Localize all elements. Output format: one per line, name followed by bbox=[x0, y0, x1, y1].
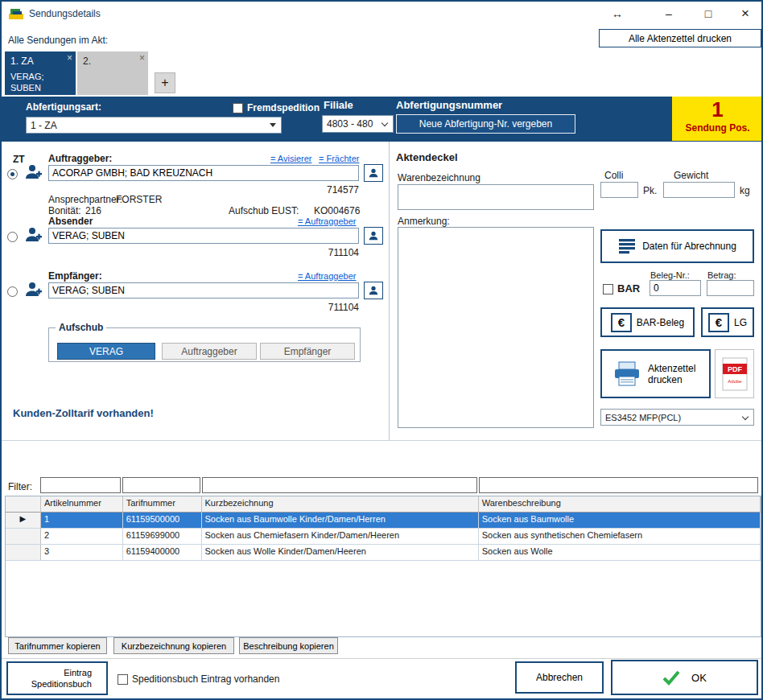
filter-input-artikelnummer[interactable] bbox=[40, 477, 121, 493]
minimize-button[interactable]: – bbox=[654, 3, 683, 24]
section-divider bbox=[2, 440, 761, 441]
empfaenger-contact-button[interactable] bbox=[364, 282, 383, 299]
absender-radio[interactable] bbox=[7, 232, 18, 242]
copy-kurzbezeichnung-button[interactable]: Kurzbezeichnung kopieren bbox=[113, 637, 234, 654]
cell-warenbeschreibung[interactable]: Socken aus Baumwolle bbox=[479, 513, 761, 529]
empfaenger-label: Empfänger: bbox=[48, 270, 102, 282]
speditionsbuch-checkbox[interactable] bbox=[118, 674, 128, 685]
gewicht-input[interactable] bbox=[663, 182, 735, 198]
close-icon[interactable]: × bbox=[139, 52, 145, 64]
aufschub-eust-value: KO004676 bbox=[314, 205, 360, 216]
filiale-label: Filiale bbox=[324, 99, 353, 111]
close-button[interactable]: × bbox=[731, 3, 760, 24]
filter-input-kurzbezeichnung[interactable] bbox=[202, 477, 477, 493]
colli-input[interactable] bbox=[600, 182, 638, 198]
bar-beleg-button[interactable]: € BAR-Beleg bbox=[600, 307, 695, 337]
beleg-nr-input[interactable] bbox=[650, 280, 701, 296]
kg-label: kg bbox=[740, 185, 750, 196]
aktenzettel-drucken-button[interactable]: Aktenzettel drucken bbox=[600, 349, 711, 398]
cell-warenbeschreibung[interactable]: Socken aus synthetischen Chemiefasern bbox=[479, 529, 761, 545]
fraechter-link[interactable]: = Frächter bbox=[319, 154, 359, 163]
daten-fuer-abrechnung-button[interactable]: Daten für Abrechnung bbox=[600, 229, 754, 263]
auftraggeber-input[interactable] bbox=[48, 165, 359, 181]
empfaenger-number: 711104 bbox=[278, 302, 359, 313]
pdf-export-button[interactable]: PDF Adobe bbox=[715, 349, 754, 398]
column-header-artikelnummer[interactable]: Artikelnummer bbox=[41, 496, 123, 513]
absender-auftraggeber-link[interactable]: = Auftraggeber bbox=[298, 216, 356, 226]
column-header-tarifnummer[interactable]: Tarifnummer bbox=[123, 496, 202, 513]
absender-contact-button[interactable] bbox=[364, 227, 383, 245]
fremdspedition-checkbox[interactable] bbox=[233, 103, 243, 113]
print-all-aktenzettel-button[interactable]: Alle Aktenzettel drucken bbox=[599, 29, 761, 47]
printer-select[interactable]: ES3452 MFP(PCL) bbox=[600, 409, 754, 426]
person-add-icon[interactable] bbox=[24, 225, 42, 245]
warenbezeichnung-input[interactable] bbox=[398, 184, 594, 210]
app-icon bbox=[8, 6, 24, 23]
column-header-kurzbezeichnung[interactable]: Kurzbezeichnung bbox=[202, 496, 479, 513]
close-icon[interactable]: × bbox=[67, 52, 72, 64]
articles-table: Artikelnummer Tarifnummer Kurzbezeichnun… bbox=[5, 496, 761, 637]
auftraggeber-contact-button[interactable] bbox=[364, 164, 383, 182]
filter-input-tarifnummer[interactable] bbox=[122, 477, 200, 493]
filter-input-warenbeschreibung[interactable] bbox=[479, 477, 758, 493]
ok-button[interactable]: OK bbox=[611, 660, 758, 695]
svg-text:Adobe: Adobe bbox=[728, 379, 742, 384]
contact-icon bbox=[368, 285, 379, 296]
auftraggeber-number: 714577 bbox=[278, 184, 359, 196]
row-selector-cell[interactable] bbox=[6, 529, 41, 545]
panel-divider bbox=[389, 142, 390, 440]
ansprechpartner-value: FORSTER bbox=[116, 194, 162, 205]
anmerkung-textarea[interactable] bbox=[398, 227, 594, 428]
ansprechpartner-label: Ansprechpartner: bbox=[48, 194, 122, 205]
empfaenger-auftraggeber-link[interactable]: = Auftraggeber bbox=[298, 271, 356, 281]
aufschub-empfaenger-button[interactable]: Empfänger bbox=[260, 343, 355, 360]
person-add-icon[interactable] bbox=[24, 280, 42, 300]
filiale-select[interactable]: 4803 - 480 bbox=[322, 115, 394, 133]
absender-input[interactable] bbox=[48, 228, 359, 244]
maximize-button[interactable]: □ bbox=[694, 3, 723, 24]
cell-tarifnummer[interactable]: 61159699000 bbox=[123, 529, 202, 545]
cell-tarifnummer[interactable]: 61159400000 bbox=[123, 545, 202, 561]
aufschub-verag-button[interactable]: VERAG bbox=[57, 343, 155, 360]
selector-column-header bbox=[6, 496, 41, 513]
copy-tarifnummer-button[interactable]: Tarifnummer kopieren bbox=[8, 637, 107, 654]
row-selector-cell[interactable]: ▶ bbox=[6, 513, 41, 529]
beleg-nr-label: Beleg-Nr.: bbox=[650, 270, 690, 280]
table-row[interactable]: 2 61159699000 Socken aus Chemiefasern Ki… bbox=[6, 529, 761, 545]
lg-button[interactable]: € LG bbox=[701, 307, 754, 337]
neue-abfertigungsnummer-button[interactable]: Neue Abfertigung-Nr. vergeben bbox=[396, 114, 575, 134]
auftraggeber-radio[interactable] bbox=[7, 169, 18, 179]
resize-icon[interactable]: ↔ bbox=[603, 3, 632, 24]
cell-artikelnummer[interactable]: 1 bbox=[41, 513, 123, 529]
avisierer-link[interactable]: = Avisierer bbox=[270, 154, 311, 163]
cancel-button[interactable]: Abbrechen bbox=[515, 661, 604, 694]
list-icon bbox=[618, 238, 636, 254]
fremdspedition-label: Fremdspedition bbox=[247, 102, 320, 113]
table-row[interactable]: ▶ 1 61159500000 Socken aus Baumwolle Kin… bbox=[6, 513, 761, 529]
cell-kurzbezeichnung[interactable]: Socken aus Chemiefasern Kinder/Damen/Hee… bbox=[202, 529, 479, 545]
sendungsdetails-window: Sendungsdetails ↔ – □ × Alle Sendungen i… bbox=[0, 0, 763, 700]
bar-checkbox[interactable] bbox=[603, 284, 613, 294]
shipment-tab-1[interactable]: 1. ZA × VERAG; SUBEN bbox=[5, 51, 76, 95]
absender-label: Absender bbox=[48, 216, 93, 227]
add-shipment-tab-button[interactable]: + bbox=[155, 72, 175, 93]
cell-artikelnummer[interactable]: 3 bbox=[41, 545, 123, 561]
person-add-icon[interactable] bbox=[24, 163, 42, 183]
betrag-input[interactable] bbox=[707, 280, 754, 296]
cell-artikelnummer[interactable]: 2 bbox=[41, 529, 123, 545]
empfaenger-radio[interactable] bbox=[7, 286, 18, 297]
cell-warenbeschreibung[interactable]: Socken aus Wolle bbox=[479, 545, 761, 561]
copy-beschreibung-button[interactable]: Beschreibung kopieren bbox=[239, 637, 338, 654]
cell-kurzbezeichnung[interactable]: Socken aus Wolle Kinder/Damen/Heeren bbox=[202, 545, 479, 561]
eintrag-speditionsbuch-button[interactable]: Eintrag Speditionsbuch bbox=[6, 661, 108, 695]
cell-tarifnummer[interactable]: 61159500000 bbox=[123, 513, 202, 529]
shipment-tab-2[interactable]: 2. × bbox=[77, 51, 148, 95]
sendung-position-panel: 1 Sendung Pos. bbox=[672, 97, 763, 141]
aufschub-auftraggeber-button[interactable]: Auftraggeber bbox=[162, 343, 257, 360]
abfertigungsart-select[interactable]: 1 - ZA bbox=[26, 117, 282, 134]
empfaenger-input[interactable] bbox=[48, 282, 359, 299]
cell-kurzbezeichnung[interactable]: Socken aus Baumwolle Kinder/Damen/Herren bbox=[202, 513, 479, 529]
column-header-warenbeschreibung[interactable]: Warenbeschreibung bbox=[479, 496, 761, 513]
table-row[interactable]: 3 61159400000 Socken aus Wolle Kinder/Da… bbox=[6, 545, 761, 561]
row-selector-cell[interactable] bbox=[6, 545, 41, 561]
